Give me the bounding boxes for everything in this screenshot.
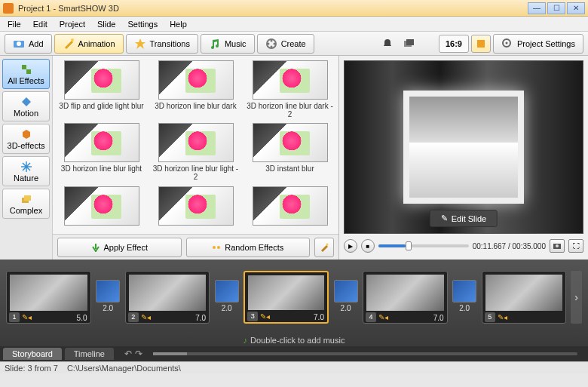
effect-item[interactable]: 3D horizon line blur dark xyxy=(152,60,240,120)
effect-item[interactable]: 3D instant blur xyxy=(246,123,334,183)
arrow-down-icon xyxy=(91,243,100,252)
preview-frame xyxy=(403,91,524,204)
slide-thumb xyxy=(248,275,324,310)
minimize-button[interactable]: — xyxy=(528,2,546,14)
undo-button[interactable]: ↶ xyxy=(124,349,132,359)
menu-project[interactable]: Project xyxy=(55,18,90,30)
effect-thumb xyxy=(253,186,328,226)
category-motion[interactable]: Motion xyxy=(2,91,50,121)
transition-card[interactable]: 2.0 xyxy=(452,280,477,315)
status-path: C:\Users\Manager\Documents\ xyxy=(67,364,181,373)
redo-button[interactable]: ↷ xyxy=(135,349,142,359)
tab-animation[interactable]: Animation xyxy=(54,34,124,54)
effect-item[interactable]: 3D horizon line blur dark - 2 xyxy=(246,60,334,120)
effect-item[interactable] xyxy=(152,186,240,229)
bell-icon[interactable] xyxy=(378,35,397,53)
effect-item[interactable]: 3D horizon line blur light - 2 xyxy=(152,123,240,183)
transition-card[interactable]: 2.0 xyxy=(96,280,121,315)
status-slide: Slide: 3 from 7 xyxy=(5,364,58,373)
tab-storyboard[interactable]: Storyboard xyxy=(3,348,62,360)
category-complex[interactable]: Complex xyxy=(2,189,50,219)
effect-thumb xyxy=(158,123,234,162)
effect-item[interactable]: 3D flip and glide light blur xyxy=(57,60,145,120)
menu-edit[interactable]: Edit xyxy=(29,18,52,30)
gear-icon xyxy=(501,38,513,50)
edit-slide-button[interactable]: ✎ Edit Slide xyxy=(430,210,498,227)
effects-grid: 3D flip and glide light blur 3D horizon … xyxy=(53,56,338,234)
cube-icon xyxy=(20,128,32,140)
preview-photo xyxy=(409,97,518,198)
transition-thumb xyxy=(215,280,239,303)
transition-card[interactable]: 2.0 xyxy=(214,280,239,315)
tab-add[interactable]: Add xyxy=(5,34,52,54)
scroll-right-button[interactable]: › xyxy=(571,271,582,324)
transition-thumb xyxy=(96,280,120,303)
project-settings-button[interactable]: Project Settings xyxy=(493,34,583,54)
effect-item[interactable]: 3D horizon line blur light xyxy=(57,123,145,183)
wand-icon xyxy=(63,38,75,50)
slide-thumb xyxy=(129,275,207,311)
slide-card[interactable]: 1 ✎◂ 5.0 xyxy=(6,271,91,324)
motion-icon xyxy=(20,96,32,108)
menu-help[interactable]: Help xyxy=(165,18,191,30)
music-note-icon: ♪ xyxy=(243,336,248,345)
effect-item[interactable] xyxy=(246,186,334,229)
magic-wand-button[interactable] xyxy=(314,238,334,257)
close-button[interactable]: ✕ xyxy=(567,2,585,14)
svg-point-7 xyxy=(267,42,269,45)
svg-point-21 xyxy=(556,244,559,247)
category-nature[interactable]: Nature xyxy=(2,156,50,186)
svg-rect-13 xyxy=(22,65,26,69)
random-effects-button[interactable]: Random Effects xyxy=(186,238,311,257)
puzzle-icon xyxy=(20,63,32,75)
tab-transitions[interactable]: Transitions xyxy=(126,34,198,54)
effect-thumb xyxy=(64,123,139,162)
preview-panel: ✎ Edit Slide ▶ ■ 00:11.667 / 00:35.000 ⛶ xyxy=(339,56,588,260)
slide-card[interactable]: 3 ✎◂ 7.0 xyxy=(243,271,329,324)
camera-icon xyxy=(13,38,25,50)
tab-timeline[interactable]: Timeline xyxy=(65,348,114,360)
time-display: 00:11.667 / 00:35.000 xyxy=(473,242,546,250)
effect-item[interactable] xyxy=(57,186,145,229)
effects-panel: All Effects Motion 3D-effects Nature Com… xyxy=(0,56,339,260)
stop-button[interactable]: ■ xyxy=(361,239,375,253)
effect-thumb xyxy=(158,60,234,100)
main-toolbar: Add Animation Transitions Music Create 1… xyxy=(0,32,588,56)
music-track-hint[interactable]: ♪ Double-click to add music xyxy=(0,334,588,346)
svg-point-5 xyxy=(273,42,275,45)
slide-card[interactable]: 2 ✎◂ 7.0 xyxy=(125,271,210,324)
menu-slide[interactable]: Slide xyxy=(93,18,120,30)
shuffle-icon xyxy=(212,243,221,252)
tab-music[interactable]: Music xyxy=(201,34,255,54)
svg-rect-14 xyxy=(26,69,31,74)
snapshot-button[interactable] xyxy=(550,239,565,253)
time-slider[interactable] xyxy=(378,244,469,247)
fullscreen-button[interactable]: ⛶ xyxy=(568,239,583,253)
svg-rect-10 xyxy=(477,40,485,48)
tab-create[interactable]: Create xyxy=(257,34,314,54)
category-all-effects[interactable]: All Effects xyxy=(2,59,50,89)
menu-file[interactable]: File xyxy=(3,18,26,30)
slide-card[interactable]: 4 ✎◂ 7.0 xyxy=(363,271,448,324)
pencil-icon: ✎◂ xyxy=(141,313,151,321)
play-button[interactable]: ▶ xyxy=(344,239,357,253)
maximize-button[interactable]: ☐ xyxy=(547,2,565,14)
effect-thumb xyxy=(253,123,328,162)
zoom-slider[interactable] xyxy=(153,352,577,355)
svg-point-19 xyxy=(326,243,329,245)
transition-card[interactable]: 2.0 xyxy=(333,280,358,315)
bottom-tabs: Storyboard Timeline ↶ ↷ xyxy=(0,346,588,361)
preview-viewport[interactable]: ✎ Edit Slide xyxy=(344,60,583,234)
aspect-ratio[interactable]: 16:9 xyxy=(439,35,469,53)
apply-effect-button[interactable]: Apply Effect xyxy=(57,238,182,257)
images-icon[interactable] xyxy=(400,35,419,53)
category-3d-effects[interactable]: 3D-effects xyxy=(2,124,50,154)
slide-card[interactable]: 5 ✎◂ xyxy=(482,271,567,324)
titlebar: Project 1 - SmartSHOW 3D — ☐ ✕ xyxy=(0,0,588,17)
app-icon xyxy=(3,3,14,14)
svg-point-1 xyxy=(17,41,21,46)
theme-button[interactable] xyxy=(471,35,491,53)
effect-thumb xyxy=(158,186,234,226)
music-icon xyxy=(209,38,221,50)
menu-settings[interactable]: Settings xyxy=(123,18,162,30)
